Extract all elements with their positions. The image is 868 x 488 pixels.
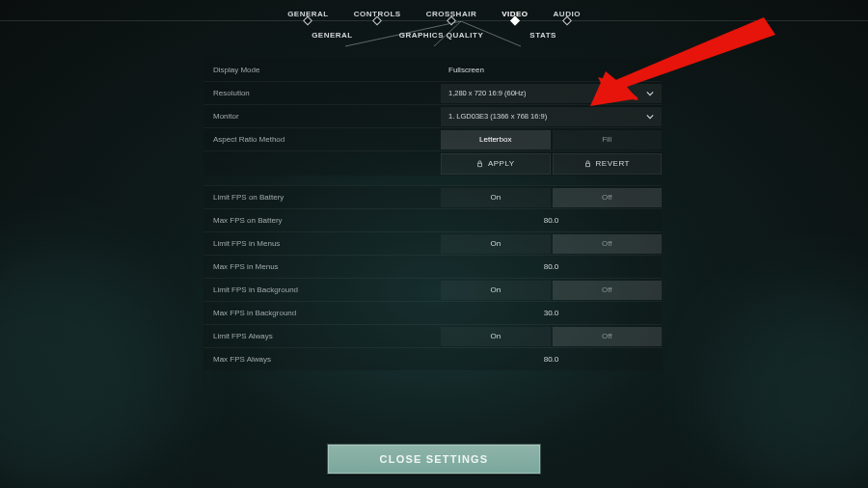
label-monitor: Monitor [203,112,441,121]
lock-icon [584,160,591,168]
subtab-graphics-quality[interactable]: GRAPHICS QUALITY [399,31,484,46]
value-max-fps-background[interactable]: 30.0 [441,309,662,317]
row-max-fps-always: Max FPS Always 80.0 [203,347,662,370]
label-limit-fps-menus: Limit FPS in Menus [203,239,441,248]
tab-audio[interactable]: AUDIO [554,10,581,20]
label-max-fps-always: Max FPS Always [203,355,441,364]
select-monitor[interactable]: 1. LGD03E3 (1366 x 768 16:9) [441,107,662,126]
row-monitor: Monitor 1. LGD03E3 (1366 x 768 16:9) [203,104,662,127]
tab-general[interactable]: GENERAL [287,10,329,20]
option-fill[interactable]: Fill [553,130,663,149]
value-display-mode[interactable]: Fullscreen [441,66,484,74]
option-bg-off[interactable]: Off [553,281,663,300]
label-max-fps-battery: Max FPS on Battery [203,216,441,225]
label-max-fps-background: Max FPS in Background [203,309,441,317]
label-limit-fps-always: Limit FPS Always [203,332,441,340]
chevron-down-icon [646,90,654,99]
label-resolution: Resolution [203,89,441,97]
revert-label: REVERT [596,159,630,168]
option-battery-on[interactable]: On [441,188,551,207]
row-apply-revert: APPLY REVERT [203,150,662,176]
tab-crosshair[interactable]: CROSSHAIR [426,10,477,20]
value-max-fps-always[interactable]: 80.0 [441,355,662,364]
chevron-down-icon [646,113,654,122]
close-settings-button[interactable]: CLOSE SETTINGS [327,444,541,474]
tab-controls[interactable]: CONTROLS [354,10,401,20]
apply-button[interactable]: APPLY [441,153,551,175]
subtab-stats[interactable]: STATS [529,31,556,46]
label-aspect-ratio: Aspect Ratio Method [203,135,441,144]
settings-panel: Display Mode Fullscreen Resolution 1,280… [203,58,662,370]
revert-button[interactable]: REVERT [553,153,663,175]
value-monitor: 1. LGD03E3 (1366 x 768 16:9) [448,112,547,121]
option-always-off[interactable]: Off [553,327,663,346]
value-resolution: 1,280 x 720 16:9 (60Hz) [448,89,526,97]
value-max-fps-battery[interactable]: 80.0 [441,216,662,225]
row-resolution: Resolution 1,280 x 720 16:9 (60Hz) [203,81,662,104]
row-limit-fps-menus: Limit FPS in Menus On Off [203,231,662,255]
subtab-general[interactable]: GENERAL [312,31,353,46]
label-limit-fps-battery: Limit FPS on Battery [203,193,441,202]
row-display-mode: Display Mode Fullscreen [203,58,662,81]
row-aspect-ratio: Aspect Ratio Method Letterbox Fill [203,127,662,150]
select-resolution[interactable]: 1,280 x 720 16:9 (60Hz) [441,84,662,103]
label-limit-fps-background: Limit FPS in Background [203,285,441,294]
option-bg-on[interactable]: On [441,281,551,300]
option-menus-on[interactable]: On [441,234,551,254]
row-max-fps-battery: Max FPS on Battery 80.0 [203,208,662,231]
option-letterbox[interactable]: Letterbox [441,130,551,149]
tab-video[interactable]: VIDEO [502,10,528,20]
lock-icon [476,160,483,168]
option-always-on[interactable]: On [441,327,551,346]
label-display-mode: Display Mode [203,66,441,74]
label-max-fps-menus: Max FPS in Menus [203,262,441,271]
value-max-fps-menus[interactable]: 80.0 [441,262,662,271]
row-max-fps-background: Max FPS in Background 30.0 [203,301,662,324]
option-menus-off[interactable]: Off [553,234,663,254]
row-limit-fps-always: Limit FPS Always On Off [203,324,662,347]
top-tab-bar: GENERAL CONTROLS CROSSHAIR VIDEO AUDIO [0,0,868,21]
option-battery-off[interactable]: Off [553,188,663,207]
row-limit-fps-battery: Limit FPS on Battery On Off [203,185,662,208]
apply-label: APPLY [488,159,515,168]
row-max-fps-menus: Max FPS in Menus 80.0 [203,255,662,278]
sub-tab-bar: GENERAL GRAPHICS QUALITY STATS [0,21,868,46]
row-limit-fps-background: Limit FPS in Background On Off [203,278,662,301]
